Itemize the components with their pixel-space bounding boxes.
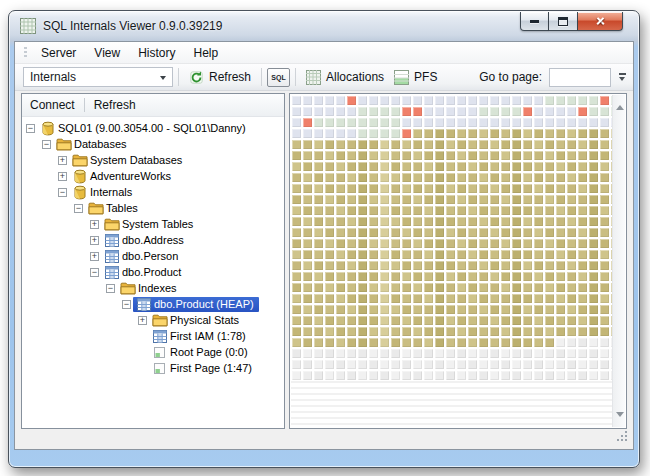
allocation-cell[interactable] bbox=[566, 183, 577, 194]
allocation-cell[interactable] bbox=[346, 337, 357, 348]
allocation-cell[interactable] bbox=[511, 139, 522, 150]
tree-item-label[interactable]: First IAM (1:78) bbox=[168, 329, 249, 343]
allocation-cell[interactable] bbox=[335, 172, 346, 183]
allocation-cell[interactable] bbox=[423, 172, 434, 183]
allocation-cell[interactable] bbox=[423, 205, 434, 216]
allocation-cell[interactable] bbox=[346, 216, 357, 227]
allocation-cell[interactable] bbox=[335, 293, 346, 304]
allocation-cell[interactable] bbox=[412, 315, 423, 326]
allocation-cell[interactable] bbox=[324, 282, 335, 293]
allocation-cell[interactable] bbox=[434, 348, 445, 359]
allocation-cell[interactable] bbox=[445, 337, 456, 348]
allocation-cell[interactable] bbox=[566, 337, 577, 348]
allocation-cell[interactable] bbox=[423, 227, 434, 238]
allocation-cell[interactable] bbox=[291, 337, 302, 348]
allocation-cell[interactable] bbox=[467, 150, 478, 161]
allocation-cell[interactable] bbox=[555, 326, 566, 337]
allocation-cell[interactable] bbox=[522, 183, 533, 194]
allocation-cell[interactable] bbox=[302, 304, 313, 315]
allocation-cell[interactable] bbox=[522, 128, 533, 139]
allocation-cell[interactable] bbox=[357, 370, 368, 381]
allocation-cell[interactable] bbox=[478, 282, 489, 293]
allocation-cell[interactable] bbox=[445, 95, 456, 106]
allocation-cell[interactable] bbox=[390, 359, 401, 370]
allocation-cell[interactable] bbox=[544, 172, 555, 183]
allocation-cell[interactable] bbox=[313, 249, 324, 260]
allocation-cell[interactable] bbox=[357, 304, 368, 315]
allocation-cell[interactable] bbox=[599, 139, 610, 150]
allocation-cell[interactable] bbox=[500, 282, 511, 293]
allocation-cell[interactable] bbox=[599, 172, 610, 183]
allocation-cell[interactable] bbox=[313, 293, 324, 304]
allocation-cell[interactable] bbox=[467, 205, 478, 216]
allocation-cell[interactable] bbox=[489, 205, 500, 216]
allocation-cell[interactable] bbox=[313, 106, 324, 117]
menu-item-server[interactable]: Server bbox=[32, 43, 85, 63]
allocation-cell[interactable] bbox=[533, 95, 544, 106]
allocation-cell[interactable] bbox=[599, 315, 610, 326]
allocation-cell[interactable] bbox=[412, 238, 423, 249]
allocation-cell[interactable] bbox=[511, 216, 522, 227]
allocation-cell[interactable] bbox=[368, 260, 379, 271]
allocation-cell[interactable] bbox=[335, 271, 346, 282]
allocation-cell[interactable] bbox=[544, 194, 555, 205]
allocation-cell[interactable] bbox=[302, 249, 313, 260]
allocation-cell[interactable] bbox=[478, 139, 489, 150]
allocation-cell[interactable] bbox=[555, 205, 566, 216]
allocation-cell[interactable] bbox=[555, 183, 566, 194]
allocation-cell[interactable] bbox=[335, 216, 346, 227]
allocation-cell[interactable] bbox=[346, 271, 357, 282]
allocation-cell[interactable] bbox=[401, 249, 412, 260]
allocation-cell[interactable] bbox=[577, 238, 588, 249]
allocation-cell[interactable] bbox=[456, 260, 467, 271]
allocation-cell[interactable] bbox=[489, 183, 500, 194]
allocation-cell[interactable] bbox=[599, 106, 610, 117]
allocation-cell[interactable] bbox=[588, 293, 599, 304]
allocation-cell[interactable] bbox=[302, 326, 313, 337]
allocation-cell[interactable] bbox=[390, 370, 401, 381]
allocation-cell[interactable] bbox=[390, 249, 401, 260]
allocation-cell[interactable] bbox=[390, 128, 401, 139]
allocation-cell[interactable] bbox=[412, 172, 423, 183]
tree-node[interactable]: SQL01 (9.00.3054.00 - SQL01\Danny) bbox=[37, 121, 251, 136]
allocation-cell[interactable] bbox=[588, 337, 599, 348]
allocation-cell[interactable] bbox=[379, 293, 390, 304]
allocation-cell[interactable] bbox=[599, 304, 610, 315]
allocation-cell[interactable] bbox=[291, 293, 302, 304]
allocation-cell[interactable] bbox=[456, 370, 467, 381]
allocation-cell[interactable] bbox=[357, 271, 368, 282]
allocation-cell[interactable] bbox=[489, 260, 500, 271]
allocation-cell[interactable] bbox=[599, 359, 610, 370]
allocation-cell[interactable] bbox=[379, 282, 390, 293]
allocation-cell[interactable] bbox=[577, 359, 588, 370]
allocation-cell[interactable] bbox=[423, 337, 434, 348]
allocation-cell[interactable] bbox=[467, 216, 478, 227]
allocation-cell[interactable] bbox=[335, 139, 346, 150]
allocation-cell[interactable] bbox=[566, 106, 577, 117]
allocation-cell[interactable] bbox=[467, 271, 478, 282]
allocation-cell[interactable] bbox=[423, 282, 434, 293]
allocation-cell[interactable] bbox=[324, 260, 335, 271]
allocation-cell[interactable] bbox=[335, 337, 346, 348]
allocation-cell[interactable] bbox=[291, 172, 302, 183]
allocation-cell[interactable] bbox=[566, 249, 577, 260]
allocation-cell[interactable] bbox=[500, 238, 511, 249]
allocation-cell[interactable] bbox=[302, 238, 313, 249]
allocation-cell[interactable] bbox=[599, 282, 610, 293]
allocation-cell[interactable] bbox=[566, 150, 577, 161]
allocation-cell[interactable] bbox=[577, 293, 588, 304]
allocation-cell[interactable] bbox=[390, 227, 401, 238]
allocation-cell[interactable] bbox=[412, 271, 423, 282]
allocation-cell[interactable] bbox=[412, 216, 423, 227]
refresh-button[interactable]: Refresh bbox=[184, 68, 256, 87]
allocation-cell[interactable] bbox=[599, 337, 610, 348]
allocation-cell[interactable] bbox=[302, 359, 313, 370]
allocation-cell[interactable] bbox=[324, 348, 335, 359]
expand-icon[interactable]: + bbox=[58, 172, 67, 181]
menu-grip-icon[interactable] bbox=[24, 47, 27, 59]
tree-item-label[interactable]: dbo.Address bbox=[120, 233, 187, 247]
allocation-cell[interactable] bbox=[577, 227, 588, 238]
allocation-cell[interactable] bbox=[588, 161, 599, 172]
allocation-cell[interactable] bbox=[401, 139, 412, 150]
allocation-cell[interactable] bbox=[511, 315, 522, 326]
